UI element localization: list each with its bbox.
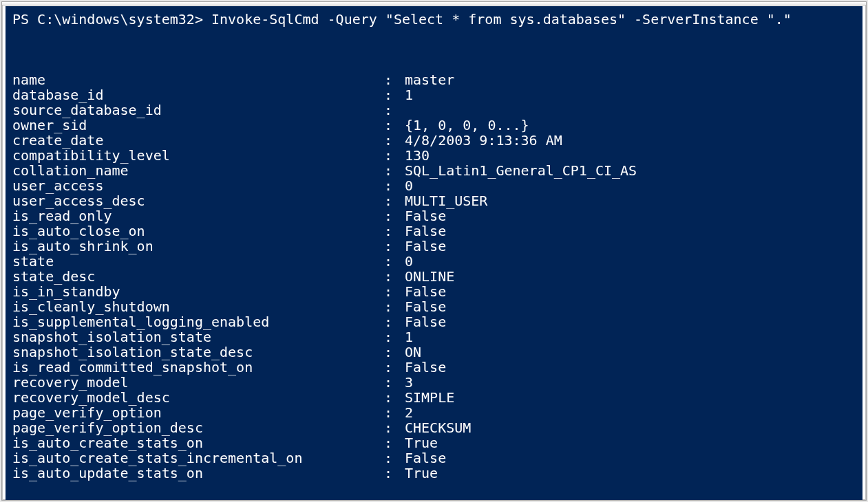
output-key: owner_sid (12, 118, 384, 133)
output-separator: : (384, 163, 405, 178)
output-key: is_auto_create_stats_incremental_on (12, 450, 384, 466)
output-key: recovery_model_desc (12, 390, 384, 405)
output-value: SIMPLE (405, 390, 856, 405)
output-row: page_verify_option_desc: CHECKSUM (12, 420, 856, 435)
output-separator: : (384, 118, 405, 133)
output-separator: : (384, 269, 405, 284)
output-separator: : (384, 148, 405, 163)
blank-line (12, 42, 856, 57)
output-value: True (405, 466, 856, 481)
output-key: is_auto_update_stats_on (12, 466, 384, 481)
output-key: create_date (12, 133, 384, 148)
output-row: is_cleanly_shutdown: False (12, 299, 856, 314)
output-row: name: master (12, 72, 856, 87)
output-value: False (405, 223, 856, 239)
output-separator: : (384, 450, 405, 466)
output-separator: : (384, 133, 405, 148)
output-value: False (405, 239, 856, 254)
output-key: is_supplemental_logging_enabled (12, 314, 384, 329)
output-row: source_database_id: (12, 102, 856, 118)
output-value: 0 (405, 254, 856, 269)
terminal-viewport[interactable]: PS C:\windows\system32> Invoke-SqlCmd -Q… (6, 6, 862, 500)
output-row: database_id: 1 (12, 87, 856, 102)
output-row: is_in_standby: False (12, 284, 856, 299)
output-key: page_verify_option_desc (12, 420, 384, 435)
output-key: user_access (12, 178, 384, 193)
output-separator: : (384, 375, 405, 390)
output-value: MULTI_USER (405, 193, 856, 208)
output-key: name (12, 72, 384, 87)
output-separator: : (384, 178, 405, 193)
output-row: page_verify_option: 2 (12, 405, 856, 420)
output-key: state_desc (12, 269, 384, 284)
output-row: collation_name: SQL_Latin1_General_CP1_C… (12, 163, 856, 178)
output-key: is_read_only (12, 208, 384, 223)
output-row: is_supplemental_logging_enabled: False (12, 314, 856, 329)
output-row: is_auto_create_stats_on: True (12, 435, 856, 450)
output-value: 130 (405, 148, 856, 163)
output-key: snapshot_isolation_state_desc (12, 345, 384, 360)
output-separator: : (384, 254, 405, 269)
output-separator: : (384, 420, 405, 435)
output-value: True (405, 435, 856, 450)
output-key: state (12, 254, 384, 269)
output-value: 0 (405, 178, 856, 193)
blank-line (12, 27, 856, 42)
output-value: 1 (405, 87, 856, 102)
output-separator: : (384, 72, 405, 87)
powershell-window[interactable]: PS C:\windows\system32> Invoke-SqlCmd -Q… (1, 1, 867, 501)
output-key: is_in_standby (12, 284, 384, 299)
output-value: {1, 0, 0, 0...} (405, 118, 856, 133)
command-text: Invoke-SqlCmd -Query "Select * from sys.… (211, 12, 792, 27)
output-value: ONLINE (405, 269, 856, 284)
output-value: False (405, 450, 856, 466)
output-separator: : (384, 87, 405, 102)
output-row: state: 0 (12, 254, 856, 269)
output-key: user_access_desc (12, 193, 384, 208)
output-separator: : (384, 193, 405, 208)
output-row: snapshot_isolation_state: 1 (12, 329, 856, 345)
output-row: create_date: 4/8/2003 9:13:36 AM (12, 133, 856, 148)
output-value: False (405, 360, 856, 375)
output-key: source_database_id (12, 102, 384, 118)
output-value: False (405, 284, 856, 299)
output-key: is_auto_shrink_on (12, 239, 384, 254)
output-value: False (405, 208, 856, 223)
output-separator: : (384, 405, 405, 420)
output-value: 4/8/2003 9:13:36 AM (405, 133, 856, 148)
prompt-prefix: PS C:\windows\system32> (12, 12, 211, 27)
output-separator: : (384, 466, 405, 481)
output-separator: : (384, 435, 405, 450)
prompt-line: PS C:\windows\system32> Invoke-SqlCmd -Q… (12, 12, 856, 27)
output-key: collation_name (12, 163, 384, 178)
output-rows: name: masterdatabase_id: 1source_databas… (12, 72, 856, 481)
output-key: is_read_committed_snapshot_on (12, 360, 384, 375)
output-row: state_desc: ONLINE (12, 269, 856, 284)
output-value: CHECKSUM (405, 420, 856, 435)
output-key: compatibility_level (12, 148, 384, 163)
output-row: is_auto_close_on: False (12, 223, 856, 239)
output-value (405, 102, 856, 118)
output-value: master (405, 72, 856, 87)
output-row: recovery_model: 3 (12, 375, 856, 390)
output-value: False (405, 299, 856, 314)
output-key: recovery_model (12, 375, 384, 390)
output-separator: : (384, 284, 405, 299)
output-separator: : (384, 390, 405, 405)
output-key: is_cleanly_shutdown (12, 299, 384, 314)
output-value: False (405, 314, 856, 329)
output-key: database_id (12, 87, 384, 102)
blank-line (12, 57, 856, 72)
output-value: 3 (405, 375, 856, 390)
output-row: is_auto_shrink_on: False (12, 239, 856, 254)
output-separator: : (384, 223, 405, 239)
output-value: 2 (405, 405, 856, 420)
output-value: SQL_Latin1_General_CP1_CI_AS (405, 163, 856, 178)
output-row: snapshot_isolation_state_desc: ON (12, 345, 856, 360)
output-key: is_auto_create_stats_on (12, 435, 384, 450)
output-row: is_auto_update_stats_on: True (12, 466, 856, 481)
output-row: is_auto_create_stats_incremental_on: Fal… (12, 450, 856, 466)
output-separator: : (384, 208, 405, 223)
output-key: snapshot_isolation_state (12, 329, 384, 345)
output-separator: : (384, 345, 405, 360)
